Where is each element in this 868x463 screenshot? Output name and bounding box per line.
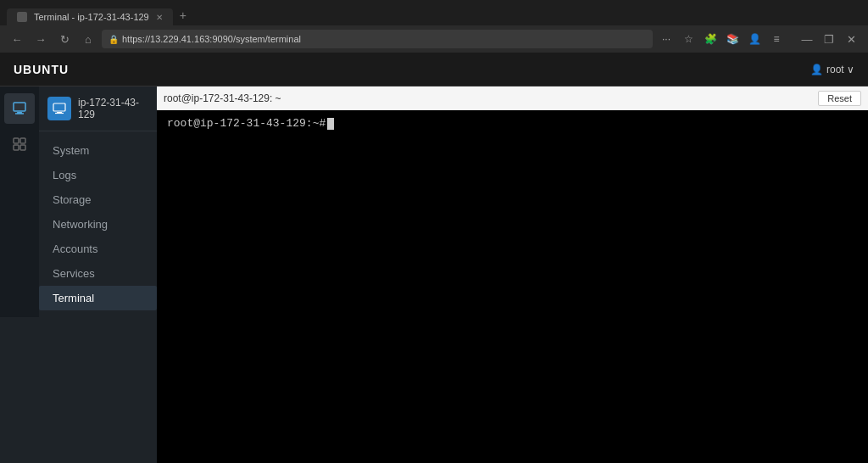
sidebar-item-networking[interactable]: Networking (39, 212, 157, 237)
terminal-header-title: root@ip-172-31-43-129: ~ (164, 92, 281, 104)
terminal-body[interactable]: root@ip-172-31-43-129:~# (157, 110, 868, 463)
main-content: ip-172-31-43-129 System Logs Storage Net… (0, 86, 868, 463)
nav-icon-strip (0, 86, 39, 317)
nav-icon-computer[interactable] (4, 93, 35, 124)
browser-tab[interactable]: Terminal - ip-172-31-43-129 ✕ (7, 8, 173, 25)
device-name: ip-172-31-43-129 (78, 97, 148, 120)
sidebar-item-storage[interactable]: Storage (39, 187, 157, 212)
terminal-area: root@ip-172-31-43-129: ~ Reset root@ip-1… (157, 86, 868, 463)
window-controls: — ❐ ✕ (797, 29, 861, 49)
tab-label: Terminal - ip-172-31-43-129 (34, 12, 149, 22)
terminal-prompt-line: root@ip-172-31-43-129:~# (167, 117, 858, 130)
refresh-button[interactable]: ↻ (54, 29, 75, 49)
svg-rect-5 (14, 145, 19, 150)
panel-layout: ip-172-31-43-129 System Logs Storage Net… (0, 86, 157, 317)
user-icon: 👤 (810, 64, 823, 75)
browser-toolbar: ← → ↻ ⌂ 🔒 ··· ☆ 🧩 📚 👤 ≡ — ❐ ✕ (0, 25, 868, 53)
sidebar-nav: System Logs Storage Networking Accounts (39, 131, 157, 317)
sidebar-item-services[interactable]: Services (39, 261, 157, 286)
tab-close-icon[interactable]: ✕ (156, 13, 163, 22)
bookmark-button[interactable]: ☆ (678, 29, 698, 49)
extensions-button[interactable]: 🧩 (700, 29, 721, 49)
user-label: root ∨ (826, 64, 854, 75)
profile-button[interactable]: 👤 (744, 29, 765, 49)
nav-icon-dashboard[interactable] (4, 129, 35, 159)
sidebar-button[interactable]: 📚 (722, 29, 743, 49)
device-icon (47, 97, 71, 120)
svg-rect-7 (53, 103, 65, 111)
address-bar-container[interactable]: 🔒 (102, 30, 653, 48)
terminal-prompt: root@ip-172-31-43-129:~# (167, 117, 326, 130)
forward-button[interactable]: → (31, 29, 51, 49)
close-button[interactable]: ✕ (841, 29, 861, 49)
terminal-cursor (327, 118, 334, 130)
left-panel: ip-172-31-43-129 System Logs Storage Net… (0, 86, 157, 463)
toolbar-actions: ··· ☆ 🧩 📚 👤 ≡ (656, 29, 787, 49)
sidebar-item-accounts[interactable]: Accounts (39, 237, 157, 261)
more-button[interactable]: ··· (656, 29, 676, 49)
new-tab-button[interactable]: + (173, 5, 193, 25)
sidebar-item-logs[interactable]: Logs (39, 163, 157, 187)
sidebar-nav-container: ip-172-31-43-129 System Logs Storage Net… (39, 86, 157, 317)
reset-button[interactable]: Reset (818, 91, 861, 106)
user-menu[interactable]: 👤 root ∨ (810, 64, 854, 75)
app-brand: UBUNTU (14, 63, 69, 76)
menu-button[interactable]: ≡ (766, 29, 787, 49)
home-button[interactable]: ⌂ (78, 29, 98, 49)
svg-rect-4 (20, 138, 25, 143)
device-header: ip-172-31-43-129 (39, 86, 157, 131)
minimize-button[interactable]: — (797, 29, 817, 49)
app-top-bar: UBUNTU 👤 root ∨ (0, 53, 868, 86)
back-button[interactable]: ← (7, 29, 27, 49)
sidebar-item-terminal[interactable]: Terminal (39, 286, 157, 310)
tab-favicon (17, 12, 27, 22)
terminal-header: root@ip-172-31-43-129: ~ Reset (157, 86, 868, 110)
svg-rect-0 (14, 103, 25, 111)
sidebar-item-system[interactable]: System (39, 138, 157, 163)
tab-bar: Terminal - ip-172-31-43-129 ✕ + (0, 0, 868, 25)
maximize-button[interactable]: ❐ (819, 29, 839, 49)
svg-rect-6 (20, 145, 25, 150)
lock-icon: 🔒 (108, 35, 119, 44)
address-bar[interactable] (122, 34, 646, 44)
svg-rect-3 (14, 138, 19, 143)
browser-chrome: Terminal - ip-172-31-43-129 ✕ + ← → ↻ ⌂ … (0, 0, 868, 53)
